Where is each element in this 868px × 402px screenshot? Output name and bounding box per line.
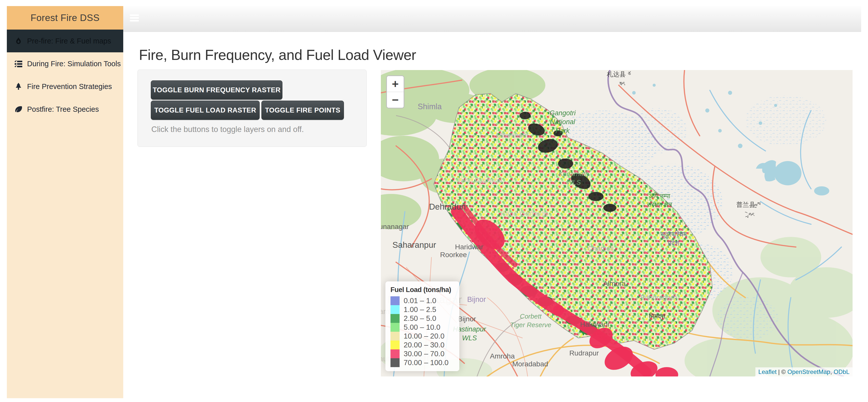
app-brand[interactable]: Forest Fire DSS (7, 6, 123, 30)
menu-icon (130, 14, 139, 16)
legend-color-chip (391, 358, 400, 367)
legend-color-chip (391, 341, 400, 349)
legend-color-chip (391, 323, 400, 332)
sidebar-item-postfire-species[interactable]: Postfire: Tree Species (7, 98, 123, 121)
top-navbar (123, 6, 861, 32)
odbl-link[interactable]: ODbL (834, 368, 849, 375)
toggle-burn-frequency-button[interactable]: TOGGLE BURN FREQUENCY RASTER (151, 80, 282, 100)
legend-color-chip (391, 349, 400, 358)
legend-entry-label: 1.00 – 2.5 (404, 305, 436, 314)
sidebar-item-label: Pre-fire: Fire & Fuel maps (27, 37, 111, 45)
sidebar-toggle-button[interactable] (130, 14, 140, 24)
sidebar-item-simulation-tools[interactable]: During Fire: Simulation Tools (7, 52, 123, 75)
copyright-symbol: © (781, 368, 787, 375)
sidebar-item-label: Fire Prevention Strategies (27, 82, 112, 91)
fuel-load-legend: Fuel Load (tons/ha) 0.01 – 1.0 1.00 – 2.… (385, 281, 459, 371)
map-attribution: Leaflet|© OpenStreetMap, ODbL (755, 367, 852, 376)
menu-icon (130, 20, 139, 22)
legend-entry-label: 70.00 – 100.0 (404, 359, 448, 367)
leaf-icon (14, 105, 23, 113)
legend-entry-label: 10.00 – 20.0 (404, 332, 444, 340)
openstreetmap-link[interactable]: OpenStreetMap (787, 368, 830, 375)
zoom-out-button[interactable]: − (387, 92, 404, 108)
tree-icon (14, 82, 23, 91)
legend-color-chip (391, 296, 400, 305)
zoom-in-button[interactable]: + (387, 76, 404, 92)
legend-entry-label: 30.00 – 70.0 (404, 350, 444, 358)
toggle-fire-points-button[interactable]: TOGGLE FIRE POINTS (261, 101, 344, 120)
sidebar-item-prevention-strategies[interactable]: Fire Prevention Strategies (7, 75, 123, 98)
main-content: Fire, Burn Frequency, and Fuel Load View… (123, 32, 861, 398)
legend-entry: 5.00 – 10.0 (391, 323, 455, 332)
legend-entry-label: 2.50 – 5.0 (404, 314, 436, 323)
menu-icon (130, 17, 139, 19)
legend-entry: 70.00 – 100.0 (391, 358, 455, 367)
legend-entry: 10.00 – 20.0 (391, 332, 455, 341)
legend-color-chip (391, 332, 400, 341)
leaflet-link[interactable]: Leaflet (758, 368, 777, 375)
app-shell: Forest Fire DSS Pre-fire: Fire & Fuel ma… (7, 6, 861, 398)
layer-controls-panel: TOGGLE BURN FREQUENCY RASTER TOGGLE FUEL… (137, 70, 367, 147)
legend-entry-label: 0.01 – 1.0 (404, 297, 436, 305)
legend-rows: 0.01 – 1.0 1.00 – 2.5 2.50 – 5.0 5.00 – … (391, 296, 455, 367)
sidebar-item-label: Postfire: Tree Species (27, 105, 99, 113)
legend-entry: 2.50 – 5.0 (391, 314, 455, 323)
legend-entry-label: 5.00 – 10.0 (404, 323, 440, 331)
legend-entry: 1.00 – 2.5 (391, 305, 455, 314)
attribution-separator: | (778, 368, 780, 375)
map-zoom-control: + − (386, 75, 404, 108)
toggle-fuel-load-button[interactable]: TOGGLE FUEL LOAD RASTER (151, 101, 260, 120)
legend-entry: 0.01 – 1.0 (391, 296, 455, 305)
sidebar-item-label: During Fire: Simulation Tools (27, 60, 121, 68)
fire-icon (14, 37, 23, 45)
sidebar-item-prefire-maps[interactable]: Pre-fire: Fire & Fuel maps (7, 30, 123, 52)
legend-entry-label: 20.00 – 30.0 (404, 341, 444, 349)
legend-color-chip (391, 314, 400, 323)
map-canvas[interactable]: ShimlahunanagarSaharanpurRoorkeeHaridwar… (381, 70, 852, 376)
sidebar: Forest Fire DSS Pre-fire: Fire & Fuel ma… (7, 6, 123, 398)
attribution-comma: , (830, 368, 834, 375)
tasks-icon (14, 60, 23, 68)
legend-color-chip (391, 305, 400, 314)
legend-entry: 20.00 – 30.0 (391, 341, 455, 349)
legend-title: Fuel Load (tons/ha) (391, 286, 455, 294)
controls-hint: Click the buttons to toggle layers on an… (151, 125, 304, 134)
legend-entry: 30.00 – 70.0 (391, 349, 455, 358)
page-title: Fire, Burn Frequency, and Fuel Load View… (139, 46, 416, 63)
